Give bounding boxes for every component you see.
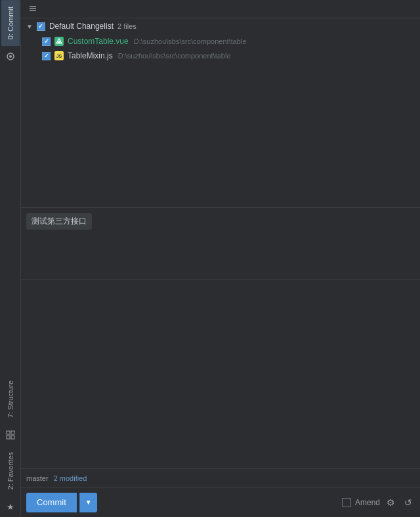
amend-checkbox[interactable]	[342, 498, 351, 507]
file-item-vue[interactable]: CustomTable.vue D:\suzhou\sbs\src\compon…	[21, 34, 420, 49]
chevron-down-icon: ▼	[26, 23, 33, 30]
sidebar-tab-structure[interactable]: 7: Structure	[1, 374, 20, 424]
svg-rect-5	[11, 436, 14, 439]
collapse-icon	[29, 5, 37, 14]
amend-label: Amend	[355, 498, 380, 507]
star-icon: ★	[7, 502, 14, 512]
sidebar-icon-grid[interactable]	[1, 426, 20, 444]
favorites-tab-label: 2: Favorites	[7, 452, 14, 489]
file-count: 2 files	[117, 22, 136, 30]
modified-badge: 2 modified	[54, 474, 87, 482]
commit-message-panel: 测试第三方接口	[21, 207, 420, 279]
changelist-header[interactable]: ▼ Default Changelist 2 files	[21, 18, 420, 34]
commit-message-text: 测试第三方接口	[26, 213, 92, 230]
branch-name: master	[26, 474, 49, 482]
vue-filepath: D:\suzhou\sbs\src\component\table	[134, 37, 247, 45]
changelist-checkbox[interactable]	[37, 22, 45, 31]
left-sidebar: 0: Commit 7: Structure 2: Favorites	[0, 0, 21, 517]
status-bar: master 2 modified	[21, 468, 420, 487]
svg-rect-3	[11, 431, 14, 434]
refresh-icon[interactable]: ↺	[402, 496, 415, 509]
bottom-toolbar: Commit ▼ Amend ⚙ ↺	[21, 487, 420, 517]
js-file-icon: JS	[54, 51, 64, 60]
grid-icon	[6, 430, 15, 440]
svg-rect-4	[7, 436, 10, 439]
sidebar-tab-commit[interactable]: 0: Commit	[1, 0, 20, 46]
file-checkbox-js[interactable]	[42, 52, 51, 60]
svg-rect-2	[7, 431, 10, 434]
sidebar-icon-star[interactable]: ★	[1, 497, 20, 516]
file-checkbox-vue[interactable]	[42, 37, 51, 46]
sidebar-tab-favorites[interactable]: 2: Favorites	[1, 445, 20, 496]
svg-point-1	[9, 55, 12, 58]
structure-panel-area	[21, 279, 420, 469]
commit-button[interactable]: Commit	[26, 493, 77, 512]
sidebar-icon-circle[interactable]	[1, 47, 20, 66]
amend-section: Amend ⚙ ↺	[342, 496, 415, 509]
files-panel: ▼ Default Changelist 2 files CustomTable…	[21, 18, 420, 207]
top-toolbar	[21, 0, 420, 18]
collapse-all-button[interactable]	[26, 3, 39, 15]
dropdown-arrow-icon: ▼	[85, 499, 92, 506]
js-filename: TableMixin.js	[68, 51, 113, 60]
settings-icon[interactable]: ⚙	[384, 496, 398, 509]
commit-dropdown-button[interactable]: ▼	[79, 493, 97, 512]
changelist-title: Default Changelist	[49, 22, 114, 31]
file-item-js[interactable]: JS TableMixin.js D:\suzhou\sbs\src\compo…	[21, 49, 420, 63]
commit-tab-label: 0: Commit	[7, 7, 14, 39]
vue-logo-icon	[56, 38, 62, 45]
structure-tab-label: 7: Structure	[7, 381, 14, 418]
vue-filename: CustomTable.vue	[68, 37, 129, 46]
circle-icon	[6, 52, 15, 61]
main-content: ▼ Default Changelist 2 files CustomTable…	[21, 0, 420, 517]
js-filepath: D:\suzhou\sbs\src\component\table	[118, 52, 231, 60]
vue-file-icon	[54, 37, 64, 46]
